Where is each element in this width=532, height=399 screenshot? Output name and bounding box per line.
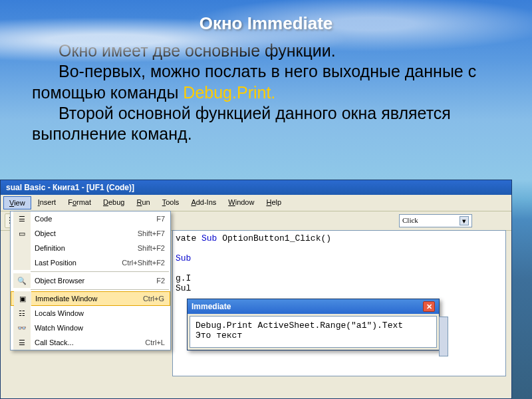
menu-label: Definition — [35, 244, 138, 252]
menu-label: Code — [35, 215, 156, 223]
menu-tools[interactable]: Tools — [157, 196, 185, 209]
immediate-line-2: Это текст — [196, 331, 431, 340]
locals-icon: ☷ — [13, 306, 31, 321]
menu-shortcut: Ctrl+L — [145, 338, 165, 346]
menu-shortcut: F7 — [156, 215, 165, 223]
immediate-title: Immediate — [192, 302, 231, 311]
menu-format[interactable]: Format — [63, 196, 96, 209]
menu-label: Last Position — [35, 259, 122, 267]
menu-debug[interactable]: Debug — [98, 196, 130, 209]
view-menu-object-browser[interactable]: 🔍Object BrowserF2 — [11, 273, 170, 288]
view-menu-object[interactable]: ▭ObjectShift+F7 — [11, 226, 170, 241]
immediate-icon: ▣ — [14, 291, 31, 306]
page-number: 22 — [477, 344, 492, 359]
menu-label: Immediate Window — [35, 295, 143, 303]
menu-label: Call Stack... — [35, 338, 145, 346]
menu-label: Watch Window — [35, 324, 165, 332]
blank-icon — [13, 255, 31, 270]
view-menu-last-position[interactable]: Last PositionCtrl+Shift+F2 — [11, 255, 170, 270]
menu-shortcut: Ctrl+G — [143, 295, 164, 303]
view-dropdown-menu: ☰CodeF7▭ObjectShift+F7DefinitionShift+F2… — [10, 211, 171, 350]
menu-label: Locals Window — [35, 309, 165, 317]
menu-shortcut: Shift+F2 — [138, 244, 165, 252]
stack-icon: ☰ — [13, 335, 31, 350]
watch-icon: 👓 — [13, 321, 31, 335]
blank-icon — [13, 241, 31, 255]
paragraph-3: Второй основной функцией данного окна яв… — [32, 103, 500, 145]
vb-menubar: View Insert Format Debug Run Tools Add-I… — [1, 195, 511, 211]
view-menu-watch-window[interactable]: 👓Watch Window — [11, 321, 170, 335]
immediate-line-1: Debug.Print ActiveSheet.Range("a1").Text — [196, 321, 431, 331]
menu-insert[interactable]: Insert — [33, 196, 62, 209]
menu-addins[interactable]: Add-Ins — [186, 196, 221, 209]
view-menu-call-stack-[interactable]: ☰Call Stack...Ctrl+L — [11, 335, 170, 350]
menu-shortcut: F2 — [156, 277, 165, 285]
object-icon: ▭ — [13, 226, 31, 241]
scrollbar-thumb[interactable] — [439, 317, 448, 356]
menu-window[interactable]: Window — [223, 196, 259, 209]
vb-title-bar[interactable]: sual Basic - Книга1 - [UF1 (Code)] — [1, 180, 511, 195]
code-icon: ☰ — [13, 211, 31, 226]
menu-label: Object — [35, 229, 138, 237]
immediate-body[interactable]: Debug.Print ActiveSheet.Range("a1").Text… — [190, 316, 437, 348]
close-icon[interactable]: ✕ — [423, 301, 435, 312]
view-menu-locals-window[interactable]: ☷Locals Window — [11, 306, 170, 321]
view-menu-immediate-window[interactable]: ▣Immediate WindowCtrl+G — [11, 291, 170, 306]
menu-view[interactable]: View — [3, 196, 31, 209]
immediate-window[interactable]: Immediate ✕ Debug.Print ActiveSheet.Rang… — [187, 299, 440, 350]
view-menu-definition[interactable]: DefinitionShift+F2 — [11, 241, 170, 255]
menu-shortcut: Ctrl+Shift+F2 — [122, 259, 165, 267]
browser-icon: 🔍 — [13, 273, 31, 288]
view-menu-code[interactable]: ☰CodeF7 — [11, 211, 170, 226]
menu-run[interactable]: Run — [131, 196, 155, 209]
menu-help[interactable]: Help — [261, 196, 287, 209]
debug-print-text: Debug.Print. — [183, 83, 275, 102]
menu-label: Object Browser — [35, 277, 156, 285]
vb-ide-window: sual Basic - Книга1 - [UF1 (Code)] View … — [0, 180, 512, 399]
procedure-dropdown[interactable]: Click▾ — [399, 214, 472, 227]
chevron-down-icon[interactable]: ▾ — [460, 216, 469, 225]
menu-shortcut: Shift+F7 — [138, 229, 165, 237]
